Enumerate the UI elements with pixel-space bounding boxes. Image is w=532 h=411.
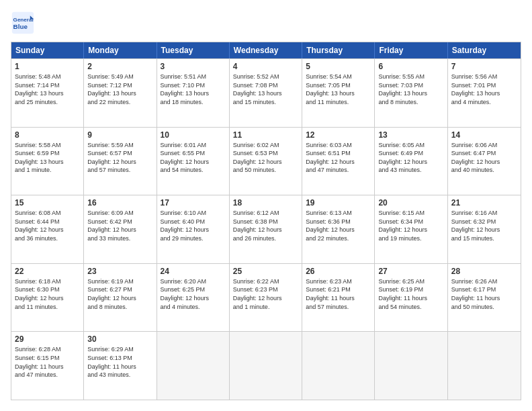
calendar-day-2: 2Sunrise: 5:49 AMSunset: 7:12 PMDaylight… <box>84 59 157 127</box>
day-number: 17 <box>161 198 226 208</box>
calendar-day-4: 4Sunrise: 5:52 AMSunset: 7:08 PMDaylight… <box>230 59 302 127</box>
day-number: 25 <box>233 267 298 276</box>
day-number: 20 <box>378 198 443 208</box>
calendar-day-17: 17Sunrise: 6:10 AMSunset: 6:40 PMDayligh… <box>157 195 230 263</box>
calendar-day-22: 22Sunrise: 6:18 AMSunset: 6:30 PMDayligh… <box>11 264 84 332</box>
day-info: Sunrise: 6:12 AMSunset: 6:38 PMDaylight:… <box>233 209 298 242</box>
day-number: 2 <box>87 62 152 71</box>
day-info: Sunrise: 6:06 AMSunset: 6:47 PMDaylight:… <box>451 141 517 175</box>
weekday-header-saturday: Saturday <box>448 42 521 58</box>
day-info: Sunrise: 6:18 AMSunset: 6:30 PMDaylight:… <box>15 277 80 311</box>
day-number: 10 <box>161 130 226 140</box>
day-number: 13 <box>378 130 443 140</box>
day-info: Sunrise: 5:56 AMSunset: 7:01 PMDaylight:… <box>451 73 517 106</box>
calendar-day-1: 1Sunrise: 5:48 AMSunset: 7:14 PMDaylight… <box>11 59 84 127</box>
day-info: Sunrise: 6:09 AMSunset: 6:42 PMDaylight:… <box>87 209 152 242</box>
calendar-empty-cell <box>375 332 447 400</box>
day-number: 12 <box>306 130 371 140</box>
calendar-body: 1Sunrise: 5:48 AMSunset: 7:14 PMDaylight… <box>11 58 521 400</box>
page-header: General Blue <box>11 11 521 35</box>
day-info: Sunrise: 6:22 AMSunset: 6:23 PMDaylight:… <box>233 277 298 311</box>
day-info: Sunrise: 5:51 AMSunset: 7:10 PMDaylight:… <box>161 73 226 106</box>
day-info: Sunrise: 6:20 AMSunset: 6:25 PMDaylight:… <box>161 277 226 311</box>
calendar-empty-cell <box>230 332 302 400</box>
day-info: Sunrise: 5:55 AMSunset: 7:03 PMDaylight:… <box>378 73 443 106</box>
calendar-day-28: 28Sunrise: 6:26 AMSunset: 6:17 PMDayligh… <box>448 264 521 332</box>
calendar-day-21: 21Sunrise: 6:16 AMSunset: 6:32 PMDayligh… <box>448 195 521 263</box>
day-number: 1 <box>15 62 80 71</box>
calendar-day-25: 25Sunrise: 6:22 AMSunset: 6:23 PMDayligh… <box>230 264 302 332</box>
day-info: Sunrise: 6:01 AMSunset: 6:55 PMDaylight:… <box>161 141 226 175</box>
calendar-day-8: 8Sunrise: 5:58 AMSunset: 6:59 PMDaylight… <box>11 128 84 195</box>
day-info: Sunrise: 5:49 AMSunset: 7:12 PMDaylight:… <box>87 73 152 106</box>
day-number: 15 <box>15 198 80 208</box>
day-number: 22 <box>15 267 80 276</box>
day-info: Sunrise: 6:23 AMSunset: 6:21 PMDaylight:… <box>306 277 371 311</box>
calendar-header: SundayMondayTuesdayWednesdayThursdayFrid… <box>11 42 521 58</box>
weekday-header-thursday: Thursday <box>302 42 375 58</box>
day-number: 3 <box>161 62 226 71</box>
calendar-empty-cell <box>157 332 230 400</box>
day-number: 6 <box>378 62 443 71</box>
day-number: 27 <box>378 267 443 276</box>
calendar-row-3: 15Sunrise: 6:08 AMSunset: 6:44 PMDayligh… <box>11 195 521 263</box>
day-number: 16 <box>87 198 152 208</box>
day-info: Sunrise: 6:19 AMSunset: 6:27 PMDaylight:… <box>87 277 152 311</box>
calendar-day-18: 18Sunrise: 6:12 AMSunset: 6:38 PMDayligh… <box>230 195 302 263</box>
calendar-empty-cell <box>448 332 521 400</box>
calendar-day-3: 3Sunrise: 5:51 AMSunset: 7:10 PMDaylight… <box>157 59 230 127</box>
calendar-day-20: 20Sunrise: 6:15 AMSunset: 6:34 PMDayligh… <box>375 195 447 263</box>
svg-text:Blue: Blue <box>13 23 28 30</box>
calendar-empty-cell <box>302 332 375 400</box>
day-info: Sunrise: 5:58 AMSunset: 6:59 PMDaylight:… <box>15 141 80 175</box>
day-info: Sunrise: 6:08 AMSunset: 6:44 PMDaylight:… <box>15 209 80 242</box>
calendar-day-15: 15Sunrise: 6:08 AMSunset: 6:44 PMDayligh… <box>11 195 84 263</box>
day-number: 28 <box>451 267 517 276</box>
calendar-day-16: 16Sunrise: 6:09 AMSunset: 6:42 PMDayligh… <box>84 195 157 263</box>
calendar: SundayMondayTuesdayWednesdayThursdayFrid… <box>11 42 521 400</box>
day-number: 7 <box>451 62 517 71</box>
day-info: Sunrise: 6:03 AMSunset: 6:51 PMDaylight:… <box>306 141 371 175</box>
day-info: Sunrise: 5:54 AMSunset: 7:05 PMDaylight:… <box>306 73 371 106</box>
day-info: Sunrise: 6:28 AMSunset: 6:15 PMDaylight:… <box>15 345 80 379</box>
weekday-header-sunday: Sunday <box>11 42 84 58</box>
day-number: 23 <box>87 267 152 276</box>
logo: General Blue <box>11 11 38 35</box>
weekday-header-friday: Friday <box>375 42 447 58</box>
weekday-header-wednesday: Wednesday <box>230 42 302 58</box>
day-number: 11 <box>233 130 298 140</box>
calendar-day-14: 14Sunrise: 6:06 AMSunset: 6:47 PMDayligh… <box>448 128 521 195</box>
day-number: 21 <box>451 198 517 208</box>
day-number: 8 <box>15 130 80 140</box>
calendar-day-12: 12Sunrise: 6:03 AMSunset: 6:51 PMDayligh… <box>302 128 375 195</box>
day-info: Sunrise: 6:05 AMSunset: 6:49 PMDaylight:… <box>378 141 443 175</box>
day-info: Sunrise: 5:48 AMSunset: 7:14 PMDaylight:… <box>15 73 80 106</box>
day-number: 14 <box>451 130 517 140</box>
calendar-day-5: 5Sunrise: 5:54 AMSunset: 7:05 PMDaylight… <box>302 59 375 127</box>
day-info: Sunrise: 6:02 AMSunset: 6:53 PMDaylight:… <box>233 141 298 175</box>
calendar-day-19: 19Sunrise: 6:13 AMSunset: 6:36 PMDayligh… <box>302 195 375 263</box>
day-info: Sunrise: 5:52 AMSunset: 7:08 PMDaylight:… <box>233 73 298 106</box>
day-info: Sunrise: 5:59 AMSunset: 6:57 PMDaylight:… <box>87 141 152 175</box>
calendar-day-10: 10Sunrise: 6:01 AMSunset: 6:55 PMDayligh… <box>157 128 230 195</box>
day-info: Sunrise: 6:13 AMSunset: 6:36 PMDaylight:… <box>306 209 371 242</box>
day-number: 26 <box>306 267 371 276</box>
calendar-day-26: 26Sunrise: 6:23 AMSunset: 6:21 PMDayligh… <box>302 264 375 332</box>
day-info: Sunrise: 6:10 AMSunset: 6:40 PMDaylight:… <box>161 209 226 242</box>
calendar-day-11: 11Sunrise: 6:02 AMSunset: 6:53 PMDayligh… <box>230 128 302 195</box>
calendar-day-7: 7Sunrise: 5:56 AMSunset: 7:01 PMDaylight… <box>448 59 521 127</box>
day-number: 29 <box>15 334 80 344</box>
calendar-day-23: 23Sunrise: 6:19 AMSunset: 6:27 PMDayligh… <box>84 264 157 332</box>
day-info: Sunrise: 6:16 AMSunset: 6:32 PMDaylight:… <box>451 209 517 242</box>
day-number: 4 <box>233 62 298 71</box>
calendar-day-30: 30Sunrise: 6:29 AMSunset: 6:13 PMDayligh… <box>84 332 157 400</box>
calendar-row-1: 1Sunrise: 5:48 AMSunset: 7:14 PMDaylight… <box>11 58 521 127</box>
calendar-day-24: 24Sunrise: 6:20 AMSunset: 6:25 PMDayligh… <box>157 264 230 332</box>
day-info: Sunrise: 6:25 AMSunset: 6:19 PMDaylight:… <box>378 277 443 311</box>
calendar-day-6: 6Sunrise: 5:55 AMSunset: 7:03 PMDaylight… <box>375 59 447 127</box>
page: General Blue SundayMondayTuesdayWednesda… <box>0 0 532 411</box>
calendar-row-2: 8Sunrise: 5:58 AMSunset: 6:59 PMDaylight… <box>11 127 521 195</box>
weekday-header-monday: Monday <box>84 42 157 58</box>
calendar-day-13: 13Sunrise: 6:05 AMSunset: 6:49 PMDayligh… <box>375 128 447 195</box>
day-number: 9 <box>87 130 152 140</box>
